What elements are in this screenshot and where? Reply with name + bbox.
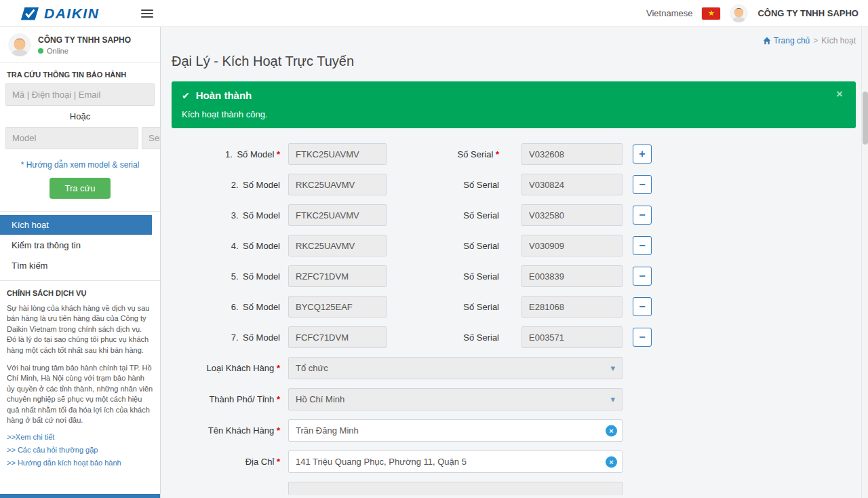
city-select[interactable]: Hồ Chí Minh ▾ [288,388,623,410]
remove-row-button[interactable]: − [633,267,652,286]
city-value: Hồ Chí Minh [296,394,344,404]
home-icon [763,37,771,45]
avatar-icon [8,33,31,56]
success-alert: ✔ Hoàn thành Kích hoạt thành công. × [172,81,856,128]
serial-label: Số Serial [387,271,499,282]
policy-paragraph: Sự hài lòng của khách hàng về dịch vụ sa… [7,303,153,356]
remove-row-button[interactable]: − [633,206,652,225]
sidebar-item-2[interactable]: Kiểm tra thông tin [0,235,152,255]
lookup-search-button[interactable]: Tra cứu [50,178,110,199]
sidebar-user-panel: CÔNG TY TNHH SAPHO Online [0,27,160,63]
online-status-label: Online [47,47,68,55]
sidebar: CÔNG TY TNHH SAPHO Online TRA CỨU THÔNG … [0,27,161,498]
model-input[interactable] [288,174,387,195]
add-row-button[interactable]: + [633,145,652,164]
scrollbar[interactable] [861,27,868,498]
policy-link-2[interactable]: >> Các câu hỏi thường gặp [7,446,153,454]
chevron-down-icon: ▾ [610,394,615,404]
model-input[interactable] [288,143,387,165]
top-header: DAIKIN Vietnamese ★ CÔNG TY TNHH SAPHO [0,0,868,27]
or-label: Hoặc [0,111,160,121]
serial-input[interactable] [521,296,623,318]
city-label: Thành Phố/ Tỉnh * [172,394,280,404]
serial-input[interactable] [521,235,623,256]
serial-label: Số Serial [387,302,499,312]
lookup-code-input[interactable] [5,83,155,106]
remove-row-button[interactable]: − [633,175,652,194]
check-icon: ✔ [182,88,190,103]
vietnam-flag-icon[interactable]: ★ [702,7,720,20]
policy-paragraph: Với hai trung tâm bảo hành chính tại TP.… [7,363,153,425]
activation-form: 1. Số Model *Số Serial *+2. Số Model Số … [172,143,856,495]
model-label: 6. Số Model [172,302,280,312]
model-input[interactable] [288,204,387,226]
model-serial-guide-link[interactable]: * Hướng dẫn xem model & serial [0,160,160,170]
model-input[interactable] [288,235,387,256]
sidebar-item-3[interactable]: Tìm kiếm [0,256,152,275]
serial-input[interactable] [521,326,623,348]
breadcrumb: Trang chủ > Kích hoạt [172,27,856,45]
address-input[interactable] [288,451,623,473]
serial-input[interactable] [521,174,623,195]
page-title: Đại Lý - Kích Hoạt Trực Tuyến [172,54,856,69]
policy-link-3[interactable]: >> Hướng dẫn kích hoạt bảo hành [7,459,153,467]
sidebar-user-name: CÔNG TY TNHH SAPHO [38,35,131,45]
model-serial-row: 2. Số Model Số Serial − [172,174,856,195]
breadcrumb-home-link[interactable]: Trang chủ [763,36,810,45]
serial-input[interactable] [521,265,623,287]
remove-row-button[interactable]: − [633,297,652,316]
customer-type-select[interactable]: Tổ chức ▾ [288,357,623,379]
avatar-icon [730,4,748,22]
language-selector[interactable]: Vietnamese [646,8,692,18]
model-serial-row: 7. Số Model Số Serial − [172,326,856,348]
alert-close-icon[interactable]: × [832,88,847,100]
model-label: 3. Số Model [172,210,280,221]
chevron-down-icon: ▾ [610,363,615,373]
model-serial-row: 6. Số Model Số Serial − [172,296,856,318]
remove-row-button[interactable]: − [633,328,652,347]
scrollbar-thumb[interactable] [863,92,868,145]
warranty-lookup-panel: TRA CỨU THÔNG TIN BẢO HÀNH Hoặc * Hướng … [0,63,160,212]
daikin-logo-icon [19,6,39,21]
model-input[interactable] [288,326,387,348]
model-serial-row: 4. Số Model Số Serial − [172,235,856,256]
model-serial-row: 3. Số Model Số Serial − [172,204,856,226]
model-serial-row: 1. Số Model *Số Serial *+ [172,143,856,165]
model-input[interactable] [288,265,387,287]
sidebar-item-1[interactable]: Kích hoạt [0,215,152,235]
main-content: Trang chủ > Kích hoạt Đại Lý - Kích Hoạt… [161,27,868,498]
serial-input[interactable] [521,204,623,226]
lookup-serial-input[interactable] [142,127,161,149]
model-label: 2. Số Model [172,180,280,190]
policy-link-1[interactable]: >>Xem chi tiết [7,433,153,441]
serial-input[interactable] [521,143,623,165]
customer-type-label: Loại Khách Hàng * [172,363,280,373]
model-input[interactable] [288,296,387,318]
model-serial-row: 5. Số Model Số Serial − [172,265,856,287]
remove-row-button[interactable]: − [633,236,652,255]
partial-row [172,482,856,495]
customer-name-input[interactable] [288,419,623,442]
breadcrumb-separator: > [813,36,818,45]
serial-label: Số Serial [387,180,499,190]
header-company-name[interactable]: CÔNG TY TNHH SAPHO [757,8,859,18]
menu-toggle-icon[interactable] [141,7,153,20]
clear-icon[interactable]: × [606,456,617,467]
daikin-logo[interactable]: DAIKIN [19,5,99,22]
serial-label: Số Serial * [387,149,499,159]
model-label: 5. Số Model [172,271,280,282]
alert-message: Kích hoạt thành công. [182,109,846,119]
serial-label: Số Serial [387,241,499,251]
brand-text: DAIKIN [44,5,99,22]
customer-type-value: Tổ chức [296,363,328,373]
policy-title: CHÍNH SÁCH DỊCH VỤ [7,289,153,297]
clear-icon[interactable]: × [606,425,617,436]
partial-field [288,482,623,495]
address-row: Địa Chỉ * × [172,451,856,473]
policy-links: >>Xem chi tiết>> Các câu hỏi thường gặp>… [7,433,153,467]
customer-type-row: Loại Khách Hàng * Tổ chức ▾ [172,357,856,379]
model-label: 1. Số Model * [172,149,280,159]
lookup-model-input[interactable] [5,127,138,149]
service-policy-panel: CHÍNH SÁCH DỊCH VỤ Sự hài lòng của khách… [0,281,160,477]
user-avatar[interactable] [730,4,748,22]
